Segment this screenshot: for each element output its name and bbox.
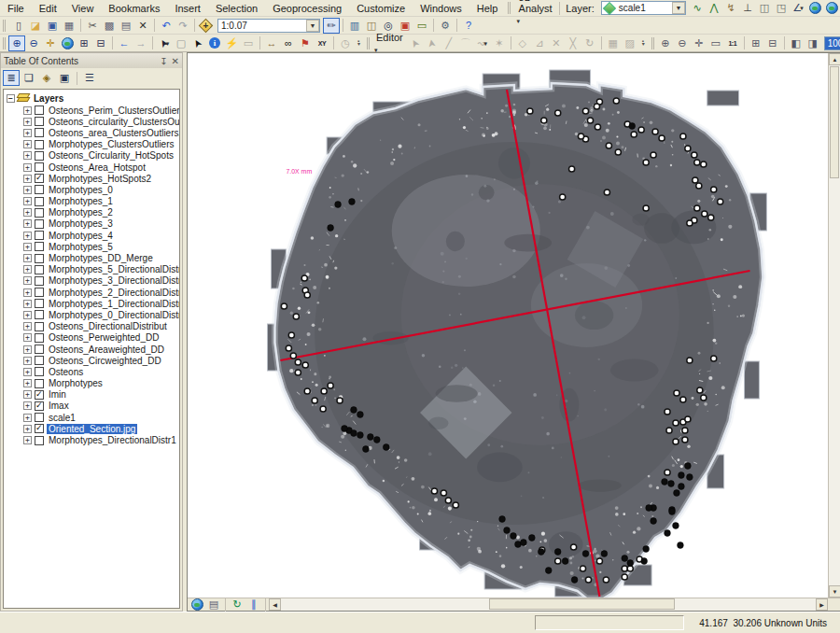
expand-icon[interactable]: + bbox=[23, 265, 32, 274]
go-to-xy-icon[interactable]: XY bbox=[314, 35, 330, 51]
layer-row[interactable]: +Imax bbox=[4, 401, 179, 412]
layer-row[interactable]: +Osteons_Area_Hotspot bbox=[4, 162, 179, 173]
toc-title-bar[interactable]: Table Of Contents ↧ ✕ bbox=[1, 53, 182, 68]
layout-view-icon[interactable]: ▤ bbox=[205, 597, 222, 612]
editor-toolbar-toggle-icon[interactable]: ✏ bbox=[323, 18, 340, 34]
close-icon[interactable]: ✕ bbox=[172, 56, 179, 66]
layer-row[interactable]: +Morphotypes_DD_Merge bbox=[4, 252, 179, 263]
expand-icon[interactable]: + bbox=[23, 357, 32, 365]
arctoolbox-icon[interactable]: ▣ bbox=[397, 18, 413, 34]
back-extent-icon[interactable]: ← bbox=[116, 35, 133, 51]
expand-icon[interactable]: + bbox=[23, 186, 32, 194]
sketch-properties-icon[interactable]: ▨ bbox=[622, 35, 638, 51]
menu-help[interactable]: Help bbox=[469, 1, 506, 16]
html-popup-icon[interactable]: ▭ bbox=[240, 35, 257, 51]
menu-view[interactable]: View bbox=[64, 1, 102, 16]
arcscene-icon[interactable] bbox=[823, 0, 840, 16]
layer-label[interactable]: Osteons bbox=[47, 367, 85, 377]
layer-row[interactable]: +scale1 bbox=[4, 412, 179, 423]
scroll-down-icon[interactable]: ▼ bbox=[829, 585, 840, 598]
layer-checkbox[interactable] bbox=[35, 265, 44, 274]
expand-icon[interactable]: + bbox=[23, 151, 32, 160]
pin-icon[interactable]: ↧ bbox=[160, 56, 167, 66]
layer-row[interactable]: +Morphotypes_0_DirectionalDistr bbox=[4, 309, 179, 320]
menu-edit[interactable]: Edit bbox=[32, 1, 64, 16]
interpolate-line-icon[interactable]: ∿ bbox=[689, 0, 706, 16]
data-view-icon[interactable] bbox=[189, 597, 205, 612]
layer-row[interactable]: +Morphotypes_HotSpots2 bbox=[4, 173, 179, 184]
cut-polygons-icon[interactable]: ✕ bbox=[548, 35, 565, 51]
layout-go-back-extent-icon[interactable]: ◧ bbox=[788, 35, 805, 51]
layer-label[interactable]: Osteons_Perweighted_DD bbox=[47, 332, 161, 343]
horizontal-scroll-thumb[interactable] bbox=[489, 598, 675, 610]
reshape-feature-icon[interactable]: ⊿ bbox=[531, 35, 548, 51]
layer-checkbox[interactable] bbox=[35, 106, 44, 115]
layer-label[interactable]: Imax bbox=[47, 401, 71, 411]
layer-checkbox[interactable] bbox=[35, 436, 44, 445]
list-by-selection-icon[interactable]: ▣ bbox=[56, 70, 73, 86]
fixed-zoom-out-icon[interactable]: ⊟ bbox=[92, 35, 109, 51]
python-window-icon[interactable]: ▭ bbox=[413, 18, 430, 34]
toolbar-overflow-icon[interactable]: ▪▾ bbox=[354, 36, 364, 50]
expand-icon[interactable]: + bbox=[23, 414, 32, 422]
expand-icon[interactable]: + bbox=[23, 276, 32, 285]
expand-icon[interactable]: + bbox=[23, 368, 32, 376]
forward-extent-icon[interactable]: → bbox=[133, 35, 149, 51]
edit-vertices-icon[interactable]: ◇ bbox=[514, 35, 531, 51]
layer-label[interactable]: Morphotypes_2 bbox=[47, 207, 115, 218]
menu-bookmarks[interactable]: Bookmarks bbox=[101, 1, 167, 16]
area-volume-icon[interactable]: ◳ bbox=[773, 0, 790, 16]
menu-windows[interactable]: Windows bbox=[413, 1, 469, 16]
layer-row[interactable]: +Osteons_Circweighted_DD bbox=[4, 355, 179, 366]
table-of-contents-icon[interactable]: ▥ bbox=[346, 18, 363, 34]
measure-icon[interactable]: ↔ bbox=[263, 35, 280, 51]
layer-checkbox[interactable] bbox=[35, 151, 44, 161]
save-icon[interactable]: ▣ bbox=[44, 18, 61, 34]
layer-row[interactable]: +Oriented_Section.jpg bbox=[4, 423, 179, 434]
expand-icon[interactable]: + bbox=[23, 300, 32, 308]
layer-row[interactable]: +Osteons_area_ClustersOutliers2 bbox=[4, 127, 179, 138]
layer-checkbox[interactable] bbox=[35, 322, 44, 331]
full-extent-icon[interactable] bbox=[59, 35, 76, 51]
layer-label[interactable]: scale1 bbox=[47, 413, 77, 423]
expand-icon[interactable]: + bbox=[23, 118, 32, 126]
delete-icon[interactable]: ✕ bbox=[134, 18, 151, 34]
layout-pan-icon[interactable]: ✛ bbox=[691, 35, 707, 51]
menu-geoprocessing[interactable]: Geoprocessing bbox=[265, 1, 349, 16]
layer-row[interactable]: +Osteons_Perim_ClustersOutliers1 bbox=[4, 105, 179, 116]
layer-label[interactable]: Morphotypes bbox=[47, 378, 105, 388]
collapse-icon[interactable]: − bbox=[7, 94, 15, 103]
layer-checkbox[interactable] bbox=[35, 390, 44, 400]
layer-label[interactable]: Oriented_Section.jpg bbox=[47, 424, 137, 434]
layer-checkbox[interactable] bbox=[35, 174, 44, 183]
layer-row[interactable]: +Morphotypes_1_DirectionalDistr bbox=[4, 298, 179, 309]
layer-checkbox[interactable] bbox=[35, 242, 44, 251]
layer-checkbox[interactable] bbox=[35, 185, 44, 194]
search-window-icon[interactable]: ◎ bbox=[380, 18, 397, 34]
expand-icon[interactable]: + bbox=[23, 379, 32, 387]
layer-label[interactable]: Morphotypes_ClustersOutliers bbox=[47, 139, 176, 149]
layer-label[interactable]: Osteons_Areaweighted_DD bbox=[47, 345, 166, 355]
layer-label[interactable]: Morphotypes_0 bbox=[47, 185, 115, 195]
layer-row[interactable]: +Morphotypes_0 bbox=[4, 184, 179, 195]
layer-row[interactable]: +Osteons_DirectionalDistribut bbox=[4, 321, 179, 332]
pause-drawing-icon[interactable]: ∥ bbox=[245, 597, 262, 612]
identify-icon[interactable]: i bbox=[206, 35, 223, 51]
expand-icon[interactable]: + bbox=[23, 425, 32, 433]
expand-icon[interactable]: + bbox=[23, 129, 32, 137]
layer-row[interactable]: +Morphotypes_ClustersOutliers bbox=[4, 139, 179, 150]
list-by-source-icon[interactable]: ❏ bbox=[21, 70, 37, 86]
editor-menu[interactable]: Editor ▾ bbox=[372, 32, 407, 54]
redo-icon[interactable]: ↷ bbox=[175, 18, 191, 34]
layer-label[interactable]: Morphotypes_DirectionalDistr1 bbox=[47, 435, 178, 445]
horizontal-scrollbar[interactable] bbox=[281, 598, 828, 611]
scroll-right-icon[interactable]: ▶ bbox=[816, 598, 828, 611]
point-tool-icon[interactable]: ✶ bbox=[491, 35, 508, 51]
layer-checkbox[interactable] bbox=[35, 310, 44, 319]
expand-icon[interactable]: + bbox=[23, 140, 32, 148]
3d-analyst-menu[interactable]: 3D Analyst ▾ bbox=[515, 0, 556, 25]
layout-fixed-zoom-out-icon[interactable]: ⊟ bbox=[764, 35, 781, 51]
expand-icon[interactable]: + bbox=[23, 436, 32, 444]
layer-checkbox[interactable] bbox=[35, 333, 44, 343]
layer-label[interactable]: Osteons_area_ClustersOutliers2 bbox=[47, 128, 180, 138]
